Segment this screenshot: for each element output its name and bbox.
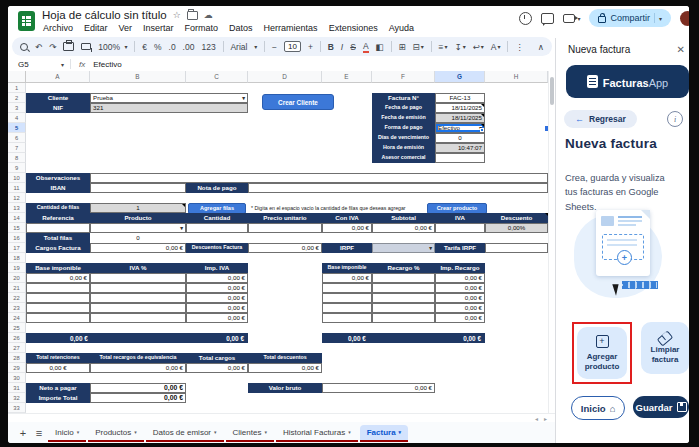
column-header-C[interactable]: C bbox=[186, 71, 248, 83]
agregar-producto-button[interactable]: + Agregar producto bbox=[577, 327, 627, 379]
horizontal-scrollbar[interactable]: ◂ ▸ bbox=[8, 413, 555, 422]
cell-header-cantidad[interactable]: Cantidad bbox=[186, 213, 248, 223]
row-header-32[interactable]: 32 bbox=[8, 393, 26, 403]
text-wrap-icon[interactable]: ↩▾ bbox=[473, 42, 484, 52]
row-header-19[interactable]: 19 bbox=[8, 263, 26, 273]
cell-importe-total-label[interactable]: Importe Total bbox=[26, 393, 90, 403]
increase-font-icon[interactable]: + bbox=[308, 42, 313, 52]
cloud-status-icon[interactable]: ☁ bbox=[204, 10, 213, 20]
iva-table-cell[interactable]: 0,00 € bbox=[186, 313, 248, 323]
decrease-font-icon[interactable]: − bbox=[272, 42, 277, 52]
iva-table-cell[interactable] bbox=[90, 313, 186, 323]
recargo-table-cell[interactable] bbox=[322, 313, 372, 323]
row-header-12[interactable]: 12 bbox=[8, 193, 26, 203]
row-header-1[interactable]: 1 bbox=[8, 83, 26, 93]
scroll-left-icon[interactable]: ◂ bbox=[535, 415, 538, 422]
percent-format-icon[interactable]: % bbox=[154, 42, 162, 52]
row-header-30[interactable]: 30 bbox=[8, 373, 26, 383]
cell-descuentos-label[interactable]: Descuentos Factura bbox=[186, 243, 248, 253]
star-icon[interactable]: ☆ bbox=[173, 10, 181, 20]
guardar-button[interactable]: Guardar bbox=[633, 396, 689, 418]
recargo-table-cell[interactable] bbox=[372, 313, 435, 323]
strikethrough-icon[interactable]: S bbox=[350, 42, 356, 52]
row-header-24[interactable]: 24 bbox=[8, 313, 26, 323]
row-header-5[interactable]: 5 bbox=[8, 123, 26, 133]
iva-totals-bar[interactable]: 0,00 € 0,00 € bbox=[26, 333, 248, 343]
column-header-A[interactable]: A bbox=[26, 71, 90, 83]
iva-table-cell[interactable] bbox=[90, 303, 186, 313]
cell-total-descuentos-header[interactable]: Total descuentos bbox=[248, 353, 322, 363]
share-caret-icon[interactable]: ▾ bbox=[659, 15, 662, 22]
cell-fecha-emision-label[interactable]: Fecha de emisión bbox=[372, 113, 435, 123]
recargo-table-cell[interactable] bbox=[322, 293, 372, 303]
cell-total-recargos-header[interactable]: Total recargos de equivalencia bbox=[90, 353, 186, 363]
cell-subtotal-value[interactable]: 0,00 € bbox=[372, 223, 435, 233]
iva-table-cell[interactable] bbox=[26, 283, 90, 293]
cell-tarifa-irpf-value[interactable] bbox=[485, 243, 548, 253]
cell-asesor-value[interactable] bbox=[435, 153, 485, 163]
cell-forma-pago-selected[interactable]: Efectivo bbox=[435, 123, 485, 133]
cell-con-iva-value[interactable]: 0,00 € bbox=[322, 223, 372, 233]
increase-decimal-icon[interactable]: .00 bbox=[183, 42, 195, 52]
menu-extensiones[interactable]: Extensiones bbox=[329, 23, 378, 33]
cell-iva-imp-header[interactable]: Imp. IVA bbox=[186, 263, 248, 273]
select-all-corner[interactable] bbox=[8, 71, 26, 83]
row-header-16[interactable]: 16 bbox=[8, 233, 26, 243]
cell-header-subtotal[interactable]: Subtotal bbox=[372, 213, 435, 223]
column-header-D[interactable]: D bbox=[248, 71, 322, 83]
recargo-table-cell[interactable] bbox=[372, 303, 435, 313]
row-header-9[interactable]: 9 bbox=[8, 163, 26, 173]
sheet-tab-inicio[interactable]: Inicio bbox=[48, 425, 86, 442]
recargo-table-cell[interactable]: 0,00 € bbox=[435, 293, 485, 303]
iva-table-cell[interactable]: 0,00 € bbox=[26, 273, 90, 283]
name-box[interactable]: G5 ▾ bbox=[8, 60, 70, 69]
recargo-table-cell[interactable] bbox=[322, 283, 372, 293]
dropdown-caret-icon[interactable] bbox=[242, 95, 245, 102]
crear-cliente-button[interactable]: Crear Cliente bbox=[262, 94, 334, 110]
comment-icon[interactable] bbox=[541, 13, 554, 24]
scroll-right-icon[interactable]: ▸ bbox=[544, 415, 547, 422]
cell-cantidad-filas-label[interactable]: Cantidad de filas bbox=[26, 203, 90, 213]
bold-icon[interactable]: B bbox=[328, 42, 334, 52]
iva-table-cell[interactable]: 0,00 € bbox=[186, 283, 248, 293]
cell-iban-value[interactable] bbox=[90, 183, 186, 193]
cell-dias-label[interactable]: Días de vencimiento bbox=[372, 133, 435, 143]
cell-neto-value[interactable]: 0,00 € bbox=[90, 383, 186, 393]
all-sheets-icon[interactable]: ≡ bbox=[32, 427, 46, 439]
cell-descuento-value[interactable]: 0,00% bbox=[485, 223, 548, 233]
cell-factura-n-value[interactable]: FAC-13 bbox=[435, 93, 485, 103]
borders-icon[interactable]: ⊞ bbox=[398, 42, 405, 52]
dropdown-caret-icon[interactable] bbox=[479, 125, 482, 132]
redo-icon[interactable]: ↷ bbox=[49, 42, 56, 52]
row-header-11[interactable]: 11 bbox=[8, 183, 26, 193]
cell-fecha-pago-label[interactable]: Fecha de pago bbox=[372, 103, 435, 113]
row-header-33[interactable]: 33 bbox=[8, 403, 26, 413]
row-header-2[interactable]: 2 bbox=[8, 93, 26, 103]
cell-recargo-imp-header[interactable]: Imp. Recargo bbox=[435, 263, 485, 273]
cell-dias-value[interactable]: 0 bbox=[435, 133, 485, 143]
iva-table-cell[interactable] bbox=[26, 303, 90, 313]
add-sheet-icon[interactable]: + bbox=[16, 427, 30, 439]
row-header-6[interactable]: 6 bbox=[8, 133, 26, 143]
menu-datos[interactable]: Datos bbox=[229, 23, 253, 33]
print-icon[interactable] bbox=[63, 42, 74, 51]
cell-cargos-label[interactable]: Cargos Factura bbox=[26, 243, 90, 253]
cell-factura-n-label[interactable]: Factura N° bbox=[372, 93, 435, 103]
currency-format-icon[interactable]: € bbox=[142, 42, 147, 52]
regresar-button[interactable]: ← Regresar bbox=[564, 110, 637, 128]
column-header-G[interactable]: G bbox=[435, 71, 485, 83]
cell-hora-label[interactable]: Hora de emisión bbox=[372, 143, 435, 153]
vertical-align-icon[interactable]: ↧▾ bbox=[455, 42, 466, 52]
sheet-tab-productos[interactable]: Productos bbox=[88, 425, 144, 442]
cell-tarifa-irpf-label[interactable]: Tarifa IRPF bbox=[435, 243, 485, 253]
iva-table-cell[interactable]: 0,00 € bbox=[186, 293, 248, 303]
row-header-26[interactable]: 26 bbox=[8, 333, 26, 343]
cell-header-con-iva[interactable]: Con IVA bbox=[322, 213, 372, 223]
menu-herramientas[interactable]: Herramientas bbox=[264, 23, 318, 33]
row-header-29[interactable]: 29 bbox=[8, 363, 26, 373]
cell-recargo-base-header[interactable]: Base imponible bbox=[322, 263, 372, 273]
sheets-logo-icon[interactable] bbox=[18, 11, 35, 31]
cell-total-cargos-value[interactable]: 0,00 € bbox=[186, 363, 248, 373]
recargo-table-cell[interactable]: 0,00 € bbox=[435, 283, 485, 293]
iva-table-cell[interactable]: 0,00 € bbox=[186, 303, 248, 313]
